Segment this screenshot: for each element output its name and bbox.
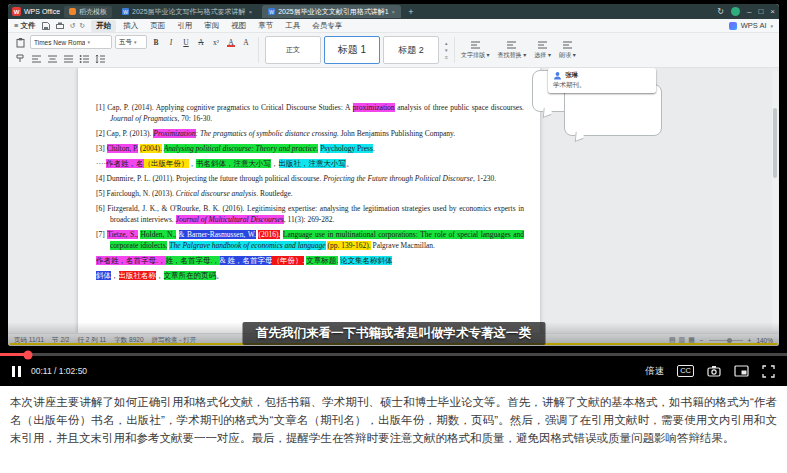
doc-tab-2-label: 2025届毕业论文文献引用格式讲解1 bbox=[278, 7, 388, 17]
wps-logo[interactable]: W WPS Office bbox=[12, 7, 60, 16]
fullscreen-icon[interactable] bbox=[762, 365, 775, 378]
menu-tabs: 开始插入页面引用审阅视图章节工具会员专享 bbox=[91, 20, 347, 32]
writer-doc-icon: W bbox=[268, 8, 275, 15]
style-标题 1[interactable]: 标题 1 bbox=[324, 36, 380, 64]
pause-button[interactable] bbox=[12, 366, 21, 377]
highlight-run: 文章标题. bbox=[306, 256, 338, 265]
maximize-button[interactable]: □ bbox=[758, 8, 763, 16]
bold-button[interactable]: B bbox=[150, 36, 162, 48]
redo-icon[interactable]: ↻ bbox=[79, 22, 85, 30]
subtitles-toggle-button[interactable]: CC bbox=[677, 365, 694, 377]
menu-tab-页面[interactable]: 页面 bbox=[145, 20, 170, 32]
highlight-run: & Barner-Rasmussen, W. bbox=[179, 230, 256, 239]
highlight-run: （年份）. bbox=[272, 256, 304, 265]
menu-tab-会员专享[interactable]: 会员专享 bbox=[307, 20, 347, 32]
scrollbar-thumb[interactable] bbox=[773, 108, 777, 178]
doc-tab-2[interactable]: W 2025届毕业论文文献引用格式讲解1 × bbox=[262, 5, 401, 18]
zoom-slider[interactable] bbox=[709, 340, 743, 341]
sync-icon[interactable]: ↻ bbox=[717, 8, 724, 16]
player-controls: 00:11 / 1:02:50 倍速 CC bbox=[0, 356, 787, 386]
tool-选择[interactable]: 选择 ▾ bbox=[534, 40, 551, 60]
highlight-run: 论文集名称斜体 bbox=[340, 256, 393, 265]
font-size-value: 五号 bbox=[119, 38, 132, 47]
close-tab-icon[interactable]: × bbox=[392, 9, 396, 15]
align-justify-icon[interactable] bbox=[62, 52, 75, 65]
menu-tab-插入[interactable]: 插入 bbox=[118, 20, 143, 32]
highlight-run: （出版年份） bbox=[144, 159, 189, 168]
menu-tab-章节[interactable]: 章节 bbox=[253, 20, 278, 32]
comment-card[interactable]: 张琳 学术期刊。 bbox=[548, 68, 656, 93]
tool-查找替换[interactable]: 查找替换 ▾ bbox=[498, 40, 527, 60]
highlight-run: 作者姓，名 bbox=[106, 159, 144, 168]
menu-tab-工具[interactable]: 工具 bbox=[280, 20, 305, 32]
superscript-button[interactable]: x² bbox=[210, 36, 222, 48]
file-menu-label: 文件 bbox=[20, 21, 35, 31]
highlight-run: Journal of Multicultural Discourses bbox=[176, 215, 284, 224]
font-color-button[interactable]: A bbox=[225, 36, 237, 48]
file-menu-button[interactable]: ≡ 文件 bbox=[14, 21, 35, 31]
tool-朗读[interactable]: 朗读 ▾ bbox=[559, 40, 576, 60]
font-family-select[interactable]: Times New Roma▾ bbox=[30, 35, 112, 49]
align-center-icon[interactable] bbox=[46, 52, 59, 65]
text-run: ···· bbox=[96, 159, 106, 168]
highlight-run: Chilton, P. bbox=[107, 144, 138, 153]
user-avatar[interactable] bbox=[731, 7, 740, 16]
underline-button[interactable]: U bbox=[180, 36, 192, 48]
text-run: Critical discourse analysis bbox=[176, 189, 256, 198]
menu-tab-视图[interactable]: 视图 bbox=[226, 20, 251, 32]
strikethrough-button[interactable]: A bbox=[195, 36, 207, 48]
highlight-run: (2016). bbox=[258, 230, 280, 239]
save-icon[interactable] bbox=[41, 21, 51, 31]
print-icon[interactable] bbox=[55, 21, 65, 31]
quick-access-toolbar: ↺ ↻ bbox=[41, 21, 85, 31]
doc-tab-1[interactable]: W 2025届毕业论文写作与格式要求讲解 × bbox=[116, 5, 258, 18]
undo-icon[interactable]: ↺ bbox=[69, 22, 75, 30]
text-run: ， bbox=[189, 159, 197, 168]
close-tab-icon[interactable]: × bbox=[249, 9, 253, 15]
paste-icon[interactable] bbox=[14, 36, 27, 49]
italic-button[interactable]: I bbox=[165, 36, 177, 48]
tool-文字排版[interactable]: 文字排版 ▾ bbox=[461, 40, 490, 60]
highlight-run: 出版社，注意大小写 bbox=[279, 159, 347, 168]
format-painter-icon[interactable] bbox=[14, 52, 27, 65]
align-left-icon[interactable] bbox=[30, 52, 43, 65]
docer-icon bbox=[69, 8, 76, 15]
format-annotation: ····作者姓，名（出版年份），书名斜体，注意大小写，出版社，注意大小写。 bbox=[96, 158, 524, 169]
close-button[interactable]: × bbox=[770, 8, 775, 16]
wps-ai-label[interactable]: WPS AI bbox=[741, 21, 767, 30]
new-tab-button[interactable]: + bbox=[405, 7, 416, 17]
doc-tab-1-label: 2025届毕业论文写作与格式要求讲解 bbox=[132, 7, 246, 17]
picture-in-picture-icon[interactable] bbox=[734, 365, 749, 377]
writer-doc-icon: W bbox=[122, 8, 129, 15]
font-size-select[interactable]: 五号▾ bbox=[115, 35, 147, 49]
text-run: . bbox=[373, 144, 375, 153]
ribbon-collapse-icon[interactable]: ▾ bbox=[770, 23, 773, 29]
bullet-list-icon[interactable] bbox=[78, 52, 91, 65]
style-正文[interactable]: 正文 bbox=[265, 36, 321, 64]
reference-entry: [5] Fairclough, N. (2013). Critical disc… bbox=[96, 188, 524, 199]
highlight-run: Proximization bbox=[153, 129, 195, 138]
highlight-run: The Palgrave handbook of economics and l… bbox=[169, 241, 325, 250]
line-spacing-icon[interactable] bbox=[94, 52, 107, 65]
menu-tab-引用[interactable]: 引用 bbox=[172, 20, 197, 32]
highlight-run: (2004). bbox=[140, 144, 162, 153]
highlight-run: 斜体 bbox=[96, 271, 111, 280]
highlight-color-button[interactable]: A bbox=[240, 36, 252, 48]
document-page[interactable]: [1] Cap, P. (2014). Applying cognitive p… bbox=[78, 68, 540, 333]
tool-icon bbox=[470, 40, 481, 50]
playback-speed-button[interactable]: 倍速 bbox=[645, 365, 664, 378]
menu-tab-开始[interactable]: 开始 bbox=[91, 20, 116, 32]
hamburger-icon: ≡ bbox=[14, 21, 18, 30]
highlight-run: Analysing political discourse: Theory an… bbox=[164, 144, 319, 153]
text-run: , 70: 16-30. bbox=[178, 114, 213, 123]
docer-template-tab[interactable]: 稻壳模板 bbox=[64, 6, 112, 18]
text-run: 。 bbox=[216, 271, 224, 280]
ribbon-tools: 文字排版 ▾查找替换 ▾选择 ▾朗读 ▾ bbox=[461, 40, 576, 60]
vertical-scrollbar[interactable] bbox=[772, 70, 778, 331]
screenshot-icon[interactable] bbox=[707, 365, 721, 377]
highlight-run: 书名斜体，注意大小写 bbox=[196, 159, 271, 168]
style-gallery-arrows[interactable]: ▴▾≡ bbox=[445, 40, 448, 60]
menu-tab-审阅[interactable]: 审阅 bbox=[199, 20, 224, 32]
style-标题 2[interactable]: 标题 2 bbox=[383, 36, 439, 64]
minimize-button[interactable]: – bbox=[747, 8, 751, 16]
